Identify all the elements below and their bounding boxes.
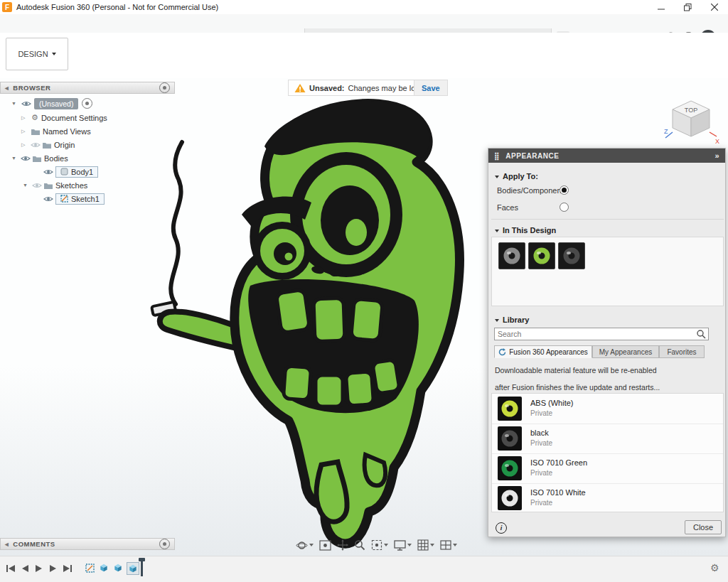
orbit-button[interactable]	[296, 539, 314, 551]
node-label[interactable]: Document Settings	[41, 114, 107, 122]
expand-closed-icon[interactable]: ▷	[21, 115, 28, 121]
folder-icon	[31, 128, 40, 135]
visibility-eye-icon[interactable]	[21, 100, 31, 107]
expand-closed-icon[interactable]: ▷	[21, 142, 28, 148]
design-swatch-green[interactable]	[528, 242, 555, 269]
browser-row-named-views[interactable]: ▷ Named Views	[21, 124, 91, 138]
timeline-extrude-icon	[99, 563, 109, 573]
visibility-eye-icon[interactable]	[43, 168, 53, 176]
pan-button[interactable]	[337, 539, 348, 551]
design-swatch-black[interactable]	[558, 242, 585, 269]
search-icon[interactable]	[696, 329, 706, 339]
tab-my-appearances[interactable]: My Appearances	[592, 345, 659, 358]
collapse-panel-icon[interactable]: »	[714, 151, 719, 160]
radio-bodies-components[interactable]	[560, 185, 569, 195]
panel-collapse-icon: ◂	[5, 540, 9, 548]
notice-line-1: Downloadable material feature will be re…	[495, 366, 657, 374]
visibility-eye-icon[interactable]	[21, 155, 31, 162]
look-at-button[interactable]	[319, 540, 331, 551]
in-design-caret-icon[interactable]	[495, 230, 499, 232]
expand-open-icon[interactable]: ▼	[11, 101, 18, 106]
timeline-extrude-icon	[113, 563, 123, 573]
node-label[interactable]: Sketches	[55, 181, 87, 190]
node-label[interactable]: Body1	[71, 168, 93, 176]
sketch1-node[interactable]: Sketch1	[55, 193, 105, 205]
node-label[interactable]: Bodies	[44, 154, 68, 163]
expand-open-icon[interactable]: ▼	[11, 156, 18, 161]
warning-message: Changes may be lost	[348, 84, 422, 92]
close-window-button[interactable]	[704, 0, 725, 14]
play-button[interactable]	[33, 562, 46, 575]
display-caret-icon	[407, 544, 412, 546]
material-row-abs-white[interactable]: ABS (White) Private	[492, 394, 723, 424]
tab-fusion-appearances[interactable]: Fusion 360 Appearances	[494, 345, 592, 358]
timeline-sketch-feature[interactable]	[84, 562, 95, 573]
step-back-button[interactable]	[18, 562, 31, 575]
timeline-marker-handle[interactable]	[139, 558, 145, 561]
timeline-settings-button[interactable]: ⚙	[710, 562, 719, 573]
sketch-icon	[60, 195, 68, 203]
material-swatch-icon	[500, 399, 520, 419]
step-forward-button[interactable]	[47, 562, 60, 575]
skip-to-end-button[interactable]	[61, 562, 74, 575]
design-swatch-gray[interactable]	[498, 242, 525, 269]
browser-row-doc-settings[interactable]: ▷ ⚙ Document Settings	[21, 111, 107, 124]
browser-header[interactable]: ◂ BROWSER	[0, 82, 175, 94]
material-row-black[interactable]: black Private	[492, 424, 723, 454]
minimize-button[interactable]	[651, 0, 672, 14]
info-icon[interactable]: i	[496, 522, 507, 534]
visibility-eye-icon[interactable]	[31, 141, 41, 149]
browser-row-sketches[interactable]: ▼ Sketches	[23, 178, 87, 192]
comments-header[interactable]: ◂ COMMENTS	[0, 538, 175, 550]
restore-button[interactable]	[677, 0, 698, 14]
browser-row-bodies[interactable]: ▼ Bodies	[11, 151, 68, 165]
library-caret-icon[interactable]	[495, 319, 499, 322]
zoom-button[interactable]	[354, 539, 365, 551]
browser-row-origin[interactable]: ▷ Origin	[21, 138, 75, 151]
grid-snap-button[interactable]	[417, 539, 434, 551]
skip-to-start-button[interactable]	[4, 562, 17, 575]
material-row-iso-green[interactable]: ISO 7010 Green Private	[492, 453, 723, 484]
timeline-feature-3-selected[interactable]	[127, 562, 139, 575]
browser-row-body1[interactable]: Body1	[41, 165, 98, 178]
apply-to-caret-icon[interactable]	[495, 176, 499, 178]
display-settings-button[interactable]	[394, 540, 412, 551]
view-cube[interactable]: TOP Z X	[663, 92, 721, 145]
timeline-feature-1[interactable]	[98, 562, 109, 573]
search-input[interactable]	[495, 330, 696, 338]
viewports-button[interactable]	[440, 540, 457, 550]
close-dialog-button[interactable]: Close	[685, 520, 722, 534]
folder-icon	[44, 182, 53, 189]
workspace-selector[interactable]: DESIGN	[6, 38, 68, 70]
apply-to-label: Apply To:	[503, 172, 538, 180]
browser-row-root[interactable]: ▼ (Unsaved)	[11, 97, 92, 110]
material-row-iso-white[interactable]: ISO 7010 White Private	[492, 483, 723, 514]
root-node-label[interactable]: (Unsaved)	[34, 98, 78, 109]
appearance-dialog-header[interactable]: ⣿ APPEARANCE »	[488, 149, 725, 163]
grid-caret-icon	[430, 544, 434, 546]
timeline-sketch-icon	[85, 564, 95, 573]
node-label[interactable]: Named Views	[43, 127, 91, 136]
browser-pin-icon[interactable]	[159, 82, 170, 93]
drag-grip-icon[interactable]: ⣿	[494, 152, 500, 160]
root-radio-icon[interactable]	[82, 98, 92, 109]
radio-faces[interactable]	[560, 203, 569, 212]
design-caret-icon	[52, 53, 56, 55]
fit-button[interactable]	[371, 539, 388, 551]
visibility-eye-icon[interactable]	[32, 182, 42, 189]
timeline-feature-2[interactable]	[112, 562, 124, 573]
visibility-eye-icon[interactable]	[43, 195, 53, 203]
browser-row-sketch1[interactable]: Sketch1	[41, 192, 105, 205]
node-label[interactable]: Sketch1	[71, 195, 100, 203]
fusion-logo-icon: F	[2, 2, 12, 12]
node-label[interactable]: Origin	[54, 141, 75, 149]
expand-open-icon[interactable]: ▼	[23, 183, 30, 188]
settings-gear-icon: ⚙	[31, 113, 38, 122]
minimize-icon	[658, 4, 665, 11]
expand-closed-icon[interactable]: ▷	[21, 129, 28, 134]
comments-pin-icon[interactable]	[159, 539, 170, 549]
body1-node[interactable]: Body1	[55, 166, 98, 178]
save-action-button[interactable]: Save	[414, 80, 448, 96]
timeline-position-marker[interactable]	[141, 559, 143, 576]
tab-favorites[interactable]: Favorites	[659, 345, 705, 358]
